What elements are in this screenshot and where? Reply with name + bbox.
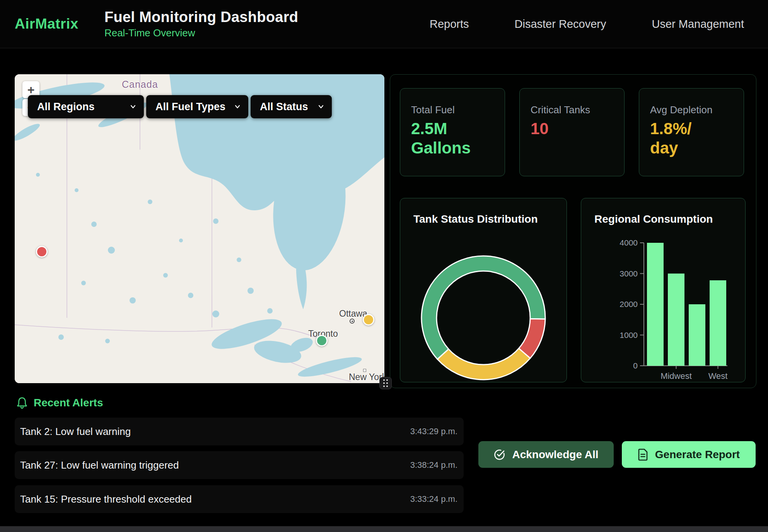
- town-dot-icon: [350, 319, 355, 324]
- town-square-icon: [363, 369, 366, 372]
- stat-label: Critical Tanks: [531, 104, 624, 116]
- generate-report-label: Generate Report: [655, 448, 740, 461]
- alerts-header: Recent Alerts: [16, 397, 103, 409]
- page-subtitle: Real-Time Overview: [104, 27, 298, 39]
- fuel-type-filter-value: All Fuel Types: [155, 101, 225, 113]
- app-header: AirMatrix Fuel Monitoring Dashboard Real…: [0, 0, 768, 48]
- resize-handle[interactable]: [379, 377, 392, 389]
- svg-text:3000: 3000: [620, 269, 638, 278]
- regional-consumption-chart-card: Regional Consumption 01000200030004000Mi…: [581, 198, 746, 382]
- svg-text:1000: 1000: [620, 331, 638, 339]
- map-panel: Canada Ottawa Toronto New York + − All R…: [15, 74, 384, 383]
- alert-row: Tank 15: Pressure threshold exceeded 3:3…: [15, 485, 464, 513]
- bell-icon: [16, 397, 28, 409]
- alert-text: Tank 15: Pressure threshold exceeded: [20, 493, 192, 505]
- bar-chart: 01000200030004000MidwestWest: [581, 198, 746, 382]
- acknowledge-all-label: Acknowledge All: [512, 448, 598, 461]
- alerts-title: Recent Alerts: [34, 397, 103, 409]
- brand-logo[interactable]: AirMatrix: [15, 16, 79, 32]
- donut-chart: [419, 253, 548, 382]
- main-nav: Reports Disaster Recovery User Managemen…: [430, 18, 768, 31]
- alert-row: Tank 2: Low fuel warning 3:43:29 p.m.: [15, 418, 464, 445]
- tank-marker-critical[interactable]: [36, 246, 48, 257]
- stat-label: Total Fuel: [411, 104, 505, 116]
- title-block: Fuel Monitoring Dashboard Real-Time Over…: [104, 9, 298, 39]
- nav-user-management[interactable]: User Management: [652, 18, 744, 31]
- alert-time: 3:43:29 p.m.: [410, 426, 457, 437]
- stats-panel: Total Fuel 2.5MGallons Critical Tanks 10…: [390, 74, 756, 388]
- tank-marker-warning[interactable]: [363, 314, 374, 326]
- check-circle-icon: [493, 448, 505, 460]
- nav-disaster-recovery[interactable]: Disaster Recovery: [515, 18, 606, 31]
- stat-card-avg-depletion: Avg Depletion 1.8%/day: [639, 88, 744, 176]
- chevron-down-icon: [318, 104, 324, 110]
- chart-title: Regional Consumption: [594, 213, 713, 225]
- fuel-type-filter-dropdown[interactable]: All Fuel Types: [146, 95, 248, 118]
- svg-text:Midwest: Midwest: [660, 371, 692, 381]
- alert-row: Tank 27: Low fuel warning triggered 3:38…: [15, 451, 464, 479]
- alert-text: Tank 27: Low fuel warning triggered: [20, 459, 179, 471]
- document-icon: [638, 448, 649, 461]
- charts-row: Tank Status Distribution Regional Consum…: [400, 198, 756, 382]
- stat-value: 10: [531, 119, 624, 138]
- svg-text:2000: 2000: [620, 300, 638, 309]
- tank-marker-normal[interactable]: [316, 335, 328, 346]
- alert-text: Tank 2: Low fuel warning: [20, 426, 131, 438]
- tank-status-chart-card: Tank Status Distribution: [400, 198, 567, 382]
- svg-text:West: West: [708, 371, 728, 381]
- chart-title: Tank Status Distribution: [413, 213, 538, 225]
- alert-time: 3:38:24 p.m.: [410, 460, 457, 470]
- stat-value: 2.5MGallons: [411, 119, 505, 157]
- stat-card-critical-tanks: Critical Tanks 10: [519, 88, 625, 176]
- region-filter-value: All Regions: [37, 101, 95, 113]
- stat-label: Avg Depletion: [650, 104, 744, 116]
- status-filter-value: All Status: [260, 101, 308, 113]
- chevron-down-icon: [130, 104, 136, 110]
- map-label-canada: Canada: [122, 79, 158, 90]
- stat-card-total-fuel: Total Fuel 2.5MGallons: [400, 88, 505, 176]
- generate-report-button[interactable]: Generate Report: [622, 441, 756, 468]
- region-filter-dropdown[interactable]: All Regions: [28, 95, 144, 118]
- stat-value: 1.8%/day: [650, 119, 744, 157]
- svg-text:4000: 4000: [620, 238, 638, 247]
- status-filter-dropdown[interactable]: All Status: [251, 95, 332, 118]
- map-filter-bar: All Regions All Fuel Types All Status: [28, 95, 332, 118]
- alert-time: 3:33:24 p.m.: [410, 494, 457, 504]
- nav-reports[interactable]: Reports: [430, 18, 469, 31]
- svg-text:0: 0: [633, 361, 638, 370]
- stat-cards-row: Total Fuel 2.5MGallons Critical Tanks 10…: [400, 88, 756, 176]
- dashboard-page: AirMatrix Fuel Monitoring Dashboard Real…: [0, 0, 768, 532]
- bottom-scrollbar[interactable]: [0, 526, 768, 532]
- chevron-down-icon: [234, 104, 241, 110]
- page-title: Fuel Monitoring Dashboard: [104, 9, 298, 26]
- acknowledge-all-button[interactable]: Acknowledge All: [478, 441, 614, 468]
